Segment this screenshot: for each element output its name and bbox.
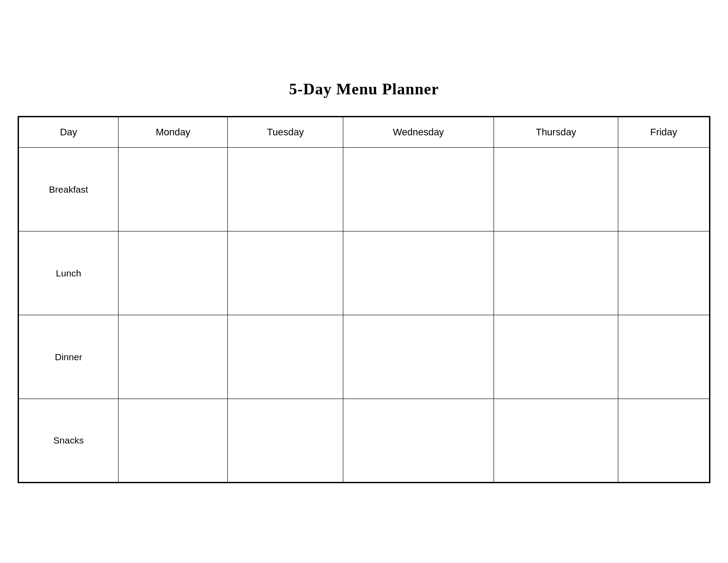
- meal-cell[interactable]: [228, 231, 343, 315]
- table-body: BreakfastLunchDinnerSnacks: [19, 148, 710, 483]
- header-cell-friday: Friday: [618, 117, 710, 148]
- header-cell-tuesday: Tuesday: [228, 117, 343, 148]
- header-cell-day: Day: [19, 117, 119, 148]
- meal-label-dinner: Dinner: [19, 315, 119, 399]
- header-cell-wednesday: Wednesday: [343, 117, 494, 148]
- table-row: Snacks: [19, 399, 710, 483]
- header-cell-thursday: Thursday: [494, 117, 618, 148]
- table-row: Dinner: [19, 315, 710, 399]
- meal-cell[interactable]: [494, 231, 618, 315]
- meal-cell[interactable]: [343, 231, 494, 315]
- meal-cell[interactable]: [118, 231, 227, 315]
- meal-cell[interactable]: [118, 148, 227, 231]
- page-title: 5-Day Menu Planner: [289, 80, 439, 98]
- meal-cell[interactable]: [618, 148, 710, 231]
- meal-cell[interactable]: [618, 315, 710, 399]
- meal-label-snacks: Snacks: [19, 399, 119, 483]
- page-wrapper: 5-Day Menu Planner DayMondayTuesdayWedne…: [18, 80, 710, 483]
- header-row: DayMondayTuesdayWednesdayThursdayFriday: [19, 117, 710, 148]
- meal-cell[interactable]: [118, 315, 227, 399]
- meal-cell[interactable]: [228, 148, 343, 231]
- meal-label-breakfast: Breakfast: [19, 148, 119, 231]
- meal-cell[interactable]: [343, 315, 494, 399]
- planner-table: DayMondayTuesdayWednesdayThursdayFriday …: [18, 116, 710, 483]
- meal-cell[interactable]: [618, 399, 710, 483]
- header-cell-monday: Monday: [118, 117, 227, 148]
- meal-cell[interactable]: [494, 399, 618, 483]
- table-header: DayMondayTuesdayWednesdayThursdayFriday: [19, 117, 710, 148]
- meal-cell[interactable]: [494, 148, 618, 231]
- meal-cell[interactable]: [228, 315, 343, 399]
- meal-label-lunch: Lunch: [19, 231, 119, 315]
- meal-cell[interactable]: [494, 315, 618, 399]
- table-row: Lunch: [19, 231, 710, 315]
- meal-cell[interactable]: [343, 148, 494, 231]
- table-row: Breakfast: [19, 148, 710, 231]
- meal-cell[interactable]: [343, 399, 494, 483]
- meal-cell[interactable]: [228, 399, 343, 483]
- meal-cell[interactable]: [618, 231, 710, 315]
- meal-cell[interactable]: [118, 399, 227, 483]
